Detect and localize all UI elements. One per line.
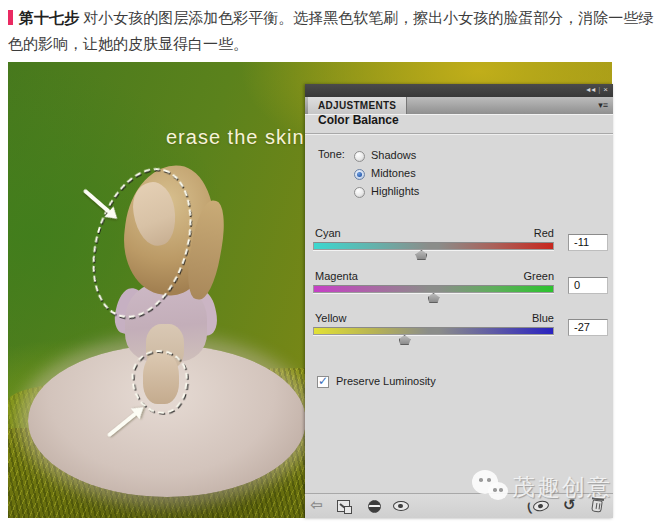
- clip-to-layer-icon[interactable]: [337, 500, 350, 512]
- magenta-green-value-field[interactable]: 0: [568, 277, 608, 294]
- adjustment-title: Color Balance: [318, 113, 399, 127]
- blue-label: Blue: [313, 312, 554, 324]
- yellow-blue-slider-thumb[interactable]: [399, 335, 411, 345]
- radio-row-midtones[interactable]: Midtones: [354, 164, 416, 177]
- cyan-red-slider-track[interactable]: [313, 242, 554, 250]
- step-body-text: 对小女孩的图层添加色彩平衡。选择黑色软笔刷，擦出小女孩的脸蛋部分，消除一些绿色的…: [8, 9, 653, 52]
- shadows-radio[interactable]: [354, 151, 365, 162]
- step-title: 第十七步: [19, 9, 79, 26]
- adjustments-panel: ◂◂|× ADJUSTMENTS ▾≡ Color Balance Tone: …: [305, 84, 613, 518]
- tab-adjustments[interactable]: ADJUSTMENTS: [308, 97, 407, 114]
- titlebar-separator: |: [598, 85, 601, 94]
- panel-menu-icon[interactable]: ▾≡: [598, 100, 608, 111]
- collapse-panel-icon[interactable]: ◂◂: [586, 85, 596, 94]
- radio-row-shadows[interactable]: Shadows: [354, 146, 416, 159]
- highlights-label: Highlights: [371, 185, 419, 197]
- menu-lines-icon: ≡: [603, 100, 608, 110]
- check-icon: ✓: [318, 374, 328, 388]
- shadows-label: Shadows: [371, 149, 416, 161]
- yellow-blue-slider-track[interactable]: [313, 327, 554, 335]
- step-description: 第十七步 对小女孩的图层添加色彩平衡。选择黑色软笔刷，擦出小女孩的脸蛋部分，消除…: [8, 5, 664, 57]
- panel-titlebar: ◂◂|×: [305, 84, 613, 97]
- annotation-arrow-face: [83, 188, 111, 213]
- magenta-green-slider-thumb[interactable]: [428, 293, 440, 303]
- close-panel-icon[interactable]: ×: [603, 85, 609, 94]
- magenta-green-slider-track[interactable]: [313, 285, 554, 293]
- panel-footer: ⇦ ↺: [305, 494, 613, 518]
- green-label: Green: [313, 270, 554, 282]
- preserve-luminosity-label: Preserve Luminosity: [336, 375, 436, 387]
- photo-caption: erase the skin: [166, 126, 305, 149]
- expanded-view-icon[interactable]: [368, 500, 381, 513]
- cyan-red-slider-thumb[interactable]: [415, 250, 427, 260]
- layer-visibility-eye-icon[interactable]: [393, 501, 409, 511]
- step-marker-bar: [8, 10, 13, 25]
- delete-adjustment-icon[interactable]: [591, 499, 603, 512]
- reset-adjustment-icon[interactable]: ↺: [563, 496, 576, 514]
- titlebar-icons: ◂◂|×: [586, 85, 609, 94]
- return-to-adjustment-list-icon[interactable]: ⇦: [310, 498, 323, 512]
- preserve-luminosity-row[interactable]: ✓Preserve Luminosity: [317, 372, 436, 386]
- page: 第十七步 对小女孩的图层添加色彩平衡。选择黑色软笔刷，擦出小女孩的脸蛋部分，消除…: [0, 0, 671, 526]
- radio-row-highlights[interactable]: Highlights: [354, 182, 419, 195]
- tone-label: Tone:: [318, 148, 345, 160]
- cyan-red-value-field[interactable]: -11: [568, 234, 608, 251]
- red-label: Red: [313, 227, 554, 239]
- midtones-label: Midtones: [371, 167, 416, 179]
- previous-state-eye-icon[interactable]: [532, 499, 550, 512]
- preserve-luminosity-checkbox[interactable]: ✓: [317, 376, 329, 388]
- highlights-radio[interactable]: [354, 187, 365, 198]
- divider: [305, 133, 613, 134]
- yellow-blue-value-field[interactable]: -27: [568, 319, 608, 336]
- midtones-radio[interactable]: [354, 169, 365, 180]
